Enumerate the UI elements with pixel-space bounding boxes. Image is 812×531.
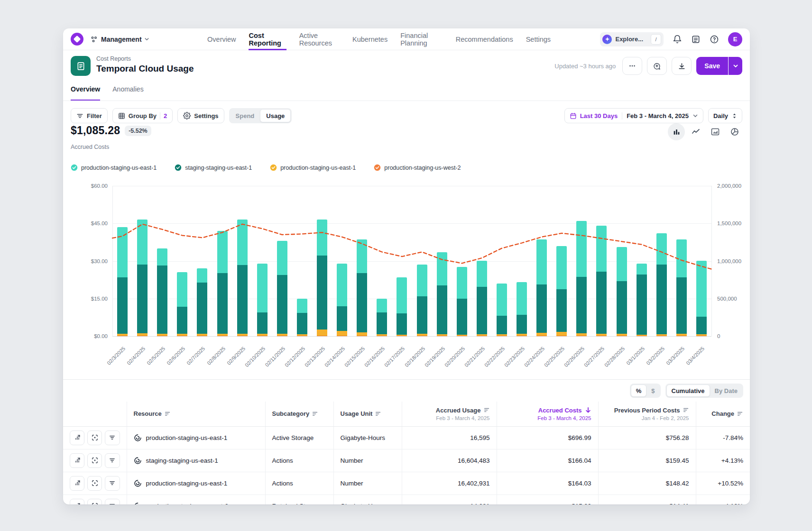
legend-label: staging-staging-us-east-1 [185,165,252,171]
nav-link-financial-planning[interactable]: Financial Planning [400,28,443,50]
legend-item[interactable]: production-staging-us-east-1 [71,164,157,171]
cell-usage_unit: Number [333,472,402,494]
check-circle-icon [374,164,381,171]
row-chart-button[interactable] [70,453,84,468]
chevron-down-icon[interactable] [144,37,149,42]
temporal-logo-icon [134,479,142,487]
table-row: production-staging-us-east-1Active Stora… [63,426,750,449]
column-header-accrued_costs[interactable]: Accrued CostsFeb 3 - March 4, 2025 [497,402,598,426]
filter-button[interactable]: Filter [71,108,108,123]
table-row: production-staging-us-east-1ActionsNumbe… [63,472,750,494]
row-filter-button[interactable] [105,453,120,468]
row-focus-button[interactable] [87,476,102,491]
more-options-button[interactable] [622,57,642,75]
help-icon[interactable] [710,35,719,44]
cell-previous_period_costs: $756.28 [598,426,696,449]
by-date-toggle[interactable]: By Date [710,385,742,397]
total-cost-value: $1,085.28 [71,124,120,137]
row-focus-button[interactable] [87,499,102,505]
changelog-icon[interactable] [691,35,701,44]
cost-table-panel: % $ Cumulative By Date ResourceSubcatego… [63,379,750,504]
cell-resource[interactable]: production-staging-us-east-1 [127,426,265,449]
sort-icon [312,411,318,417]
nav-link-recommendations[interactable]: Recommendations [456,28,513,50]
inspect-chart-icon [74,434,81,441]
nav-link-active-resources[interactable]: Active Resources [299,28,340,50]
download-button[interactable] [672,57,692,75]
column-header-previous_period_costs[interactable]: Previous Period CostsJan 4 - Feb 2, 2025 [598,402,696,426]
row-chart-button[interactable] [70,499,84,505]
grid-icon [118,112,125,119]
nav-link-kubernetes[interactable]: Kubernetes [352,28,388,50]
feedback-button[interactable] [647,57,667,75]
sort-icon [375,411,381,417]
cell-resource[interactable]: production-staging-us-west-2 [127,494,265,504]
vantage-logo-icon[interactable] [71,33,83,46]
explore-search[interactable]: Explore... / [600,32,664,46]
cell-row-actions [63,426,127,449]
workspace-name[interactable]: Management [101,36,142,43]
nav-link-overview[interactable]: Overview [207,28,236,50]
row-filter-button[interactable] [105,499,120,505]
focus-resource-icon [92,480,98,486]
report-tabs: OverviewAnomalies [71,83,144,101]
column-header-subcategory[interactable]: Subcategory [265,402,333,426]
settings-button[interactable]: Settings [177,108,224,123]
legend-item[interactable]: production-staging-us-east-1 [270,164,356,171]
usage-toggle[interactable]: Usage [260,109,291,122]
dollar-toggle[interactable]: $ [646,385,659,397]
cell-resource[interactable]: production-staging-us-east-1 [127,472,265,494]
plot-edge [711,186,712,336]
breadcrumb[interactable]: Cost Reports [96,55,131,62]
legend-label: production-staging-us-east-1 [280,165,356,171]
percent-toggle[interactable]: % [631,385,647,397]
filter-row-icon [109,503,115,504]
chart-type-switcher [668,123,743,140]
nav-link-settings[interactable]: Settings [526,28,551,50]
focus-resource-icon [92,434,98,441]
row-chart-button[interactable] [70,430,84,445]
save-dropdown-button[interactable] [729,57,742,75]
cell-accrued_costs: $15.00 [497,494,598,504]
line-chart-type-button[interactable] [687,123,704,140]
date-range-picker[interactable]: Last 30 Days Feb 3 - March 4, 2025 [564,108,703,123]
cumulative-bydate-toggle: Cumulative By Date [665,384,744,398]
check-circle-icon [71,164,78,171]
nav-link-cost-reporting[interactable]: Cost Reporting [249,28,286,50]
column-header-resource[interactable]: Resource [127,402,265,426]
column-header-accrued_usage[interactable]: Accrued UsageFeb 3 - March 4, 2025 [402,402,497,426]
cell-previous_period_costs: $14.41 [598,494,696,504]
spend-toggle[interactable]: Spend [230,109,260,122]
y-axis-tick-right: 500,000 [711,296,737,302]
cell-usage_unit: Gigabyte-Hours [333,494,402,504]
user-avatar[interactable]: E [728,32,742,46]
row-filter-button[interactable] [105,430,120,445]
notifications-bell-icon[interactable] [673,35,682,44]
date-range-value: Feb 3 - March 4, 2025 [627,112,689,119]
row-focus-button[interactable] [87,430,102,445]
row-filter-button[interactable] [105,476,120,491]
row-chart-button[interactable] [70,476,84,491]
pie-chart-type-button[interactable] [726,123,743,140]
usage-line-series [112,186,711,336]
cell-change: +4.13% [696,449,750,472]
filter-row-icon [109,458,115,463]
save-button[interactable]: Save [696,57,728,75]
workspace-icon [90,36,98,43]
column-header-change[interactable]: Change [696,402,750,426]
cell-accrued_costs: $166.04 [497,449,598,472]
tab-anomalies[interactable]: Anomalies [112,83,143,101]
cell-subcategory: Actions [265,472,333,494]
tab-overview[interactable]: Overview [71,83,100,101]
group-by-button[interactable]: Group By 2 [112,108,173,123]
legend-item[interactable]: production-staging-us-west-2 [374,164,461,171]
legend-item[interactable]: staging-staging-us-east-1 [175,164,252,171]
bar-chart-type-button[interactable] [668,123,685,140]
y-axis-tick-left: $30.00 [91,258,112,264]
cell-resource[interactable]: staging-staging-us-east-1 [127,449,265,472]
area-chart-type-button[interactable] [707,123,724,140]
cumulative-toggle[interactable]: Cumulative [666,385,710,397]
row-focus-button[interactable] [87,453,102,468]
column-header-usage_unit[interactable]: Usage Unit [333,402,402,426]
granularity-select[interactable]: Daily [708,108,742,123]
